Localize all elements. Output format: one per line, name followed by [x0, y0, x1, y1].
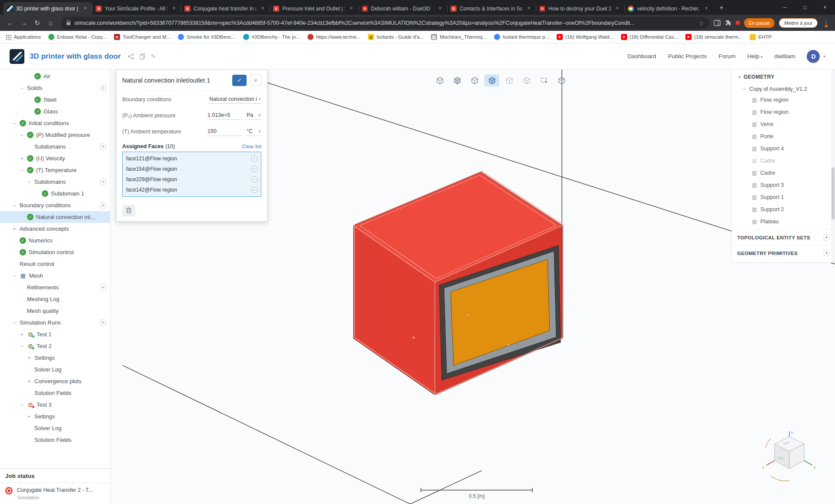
geometry-part-support-1[interactable]: ▧Support 1	[732, 191, 835, 203]
bookmark-16-wolfgang-wald[interactable]: (16) Wolfgang Wald...	[557, 34, 614, 40]
browser-tab-contacts-interfaces-in-sol[interactable]: SContacts & Interfaces in Sol...×	[447, 2, 536, 15]
surface-shading-button[interactable]	[467, 74, 482, 86]
tree-item-glass[interactable]: ·✓Glass	[0, 106, 110, 117]
collapse-icon[interactable]: −	[12, 202, 17, 209]
reload-icon[interactable]: ↻	[31, 17, 43, 29]
topological-entity-sets-section[interactable]: TOPOLOGICAL ENTITY SETS +	[732, 229, 835, 245]
tab-close-icon[interactable]: ×	[82, 5, 89, 12]
ambient-pressure-input[interactable]: 1.013e+5	[207, 111, 242, 120]
rotate-arrow-icon[interactable]	[765, 438, 771, 448]
tree-item-simulation-control[interactable]: ·✓Simulation control	[0, 246, 110, 258]
username[interactable]: dwilliam	[774, 53, 795, 60]
nav-public-projects[interactable]: Public Projects	[668, 53, 707, 60]
orientation-cube[interactable]: TOP LEFT z x y	[757, 430, 822, 486]
tree-item-meshing-log[interactable]: ·Meshing Log	[0, 293, 110, 305]
bookmark-isolant-thermique-p[interactable]: Isolant thermique p...	[494, 34, 549, 40]
add-icon[interactable]: +	[823, 250, 830, 256]
collapse-icon[interactable]: −	[19, 85, 24, 91]
collapse-icon[interactable]: −	[12, 273, 17, 279]
tree-item-air[interactable]: ·✓Air	[0, 70, 110, 82]
geometry-scrollbar[interactable]	[831, 70, 835, 262]
bookmark-star-icon[interactable]: ☆	[698, 20, 704, 27]
expand-icon[interactable]: +	[19, 156, 24, 162]
tree-item-p-modified-pressure[interactable]: −✓(P) Modified pressure	[0, 129, 110, 141]
recording-indicator-icon[interactable]	[735, 20, 741, 26]
tree-item-test-2[interactable]: −⚙Test 2	[0, 340, 110, 352]
geometry-part-cadre[interactable]: ▧Cadre	[732, 167, 835, 179]
tree-item-settings[interactable]: +Settings	[0, 352, 110, 364]
add-icon[interactable]: +	[823, 234, 830, 241]
view-cube-button[interactable]	[432, 74, 447, 86]
new-tab-button[interactable]: +	[716, 2, 727, 13]
tree-item-convergence-plots[interactable]: +Convergence plots	[0, 375, 110, 387]
collapse-icon[interactable]: −	[12, 320, 17, 326]
geometry-part-cadre[interactable]: ▧Cadre	[732, 155, 835, 167]
browser-tab-velocity-definition-recher[interactable]: velocity definition - Recher...×	[625, 2, 713, 15]
tree-item-settings[interactable]: +Settings	[0, 411, 110, 422]
nav-help[interactable]: Help▾	[747, 53, 762, 60]
collapse-icon[interactable]: −	[19, 402, 24, 408]
tree-item-test-3[interactable]: −⚙Test 3	[0, 399, 110, 411]
bookmark-smoke-for-3dbenc[interactable]: Smoke for #3DBenc...	[178, 34, 236, 40]
url-bar[interactable]: simscale.com/workbench/?pid=563367077786…	[61, 17, 709, 29]
expand-icon[interactable]: +	[27, 355, 32, 361]
maximize-icon[interactable]: □	[795, 0, 815, 15]
avatar[interactable]: D	[807, 50, 820, 63]
bookmark-3dbenchy-the-jo[interactable]: #3DBenchy - The jo...	[243, 34, 300, 40]
tree-item-boundary-conditions[interactable]: −Boundary conditions+	[0, 199, 110, 211]
assigned-face-item[interactable]: face121@Flow region×	[123, 153, 261, 164]
add-icon[interactable]: +	[100, 179, 107, 185]
remove-face-icon[interactable]: ×	[251, 176, 257, 182]
bookmark-https-www-techni[interactable]: https://www.techni...	[307, 34, 361, 40]
collapse-icon[interactable]: −	[19, 132, 24, 138]
apply-button[interactable]: ✓	[232, 75, 247, 86]
tree-item-mesh[interactable]: −▦Mesh	[0, 270, 110, 282]
expand-icon[interactable]: +	[12, 226, 17, 232]
tree-item-numerics[interactable]: ·✓Numerics	[0, 235, 110, 246]
collapse-icon[interactable]: −	[741, 86, 747, 92]
pressure-unit-select[interactable]: Pa▾	[246, 111, 261, 120]
remove-face-icon[interactable]: ×	[251, 156, 257, 162]
scrollbar-thumb[interactable]	[832, 167, 835, 219]
home-icon[interactable]: ⌂	[45, 17, 57, 29]
tab-close-icon[interactable]: ×	[703, 5, 710, 12]
tree-item-result-control[interactable]: ·Result control	[0, 258, 110, 270]
tree-item-refinements[interactable]: ·Refinements+	[0, 282, 110, 293]
tree-item-solver-log[interactable]: ·Solver Log	[0, 364, 110, 375]
geometry-assembly-node[interactable]: − Copy of Assembly_V1.2	[732, 84, 835, 94]
share-icon[interactable]	[128, 53, 134, 60]
tree-item-simulation-runs[interactable]: −Simulation Runs+	[0, 317, 110, 328]
tree-item-solution-fields[interactable]: ·Solution Fields	[0, 387, 110, 399]
add-icon[interactable]: +	[100, 284, 107, 291]
collapse-icon[interactable]: −	[27, 179, 32, 185]
browser-tab-3d-printer-with-glass-door[interactable]: 3D printer with glass door |×	[3, 2, 92, 15]
orientation-cube-body[interactable]	[775, 437, 804, 469]
tab-close-icon[interactable]: ×	[348, 5, 355, 12]
tab-close-icon[interactable]: ×	[525, 5, 532, 12]
bookmark-enbase-relai-copy[interactable]: Enbase Relai - Copy...	[48, 34, 107, 40]
job-status-item[interactable]: Conjugate Heat Transfer 2 - T... Simulat…	[0, 483, 110, 504]
tree-item-subdomains[interactable]: −Subdomains+	[0, 176, 110, 188]
rotate-arrow-icon[interactable]	[771, 476, 789, 481]
add-icon[interactable]: +	[100, 85, 107, 91]
delete-button[interactable]	[122, 205, 135, 216]
browser-tab-conjugate-heat-transfer-in-a[interactable]: SConjugate heat transfer in a...×	[181, 2, 270, 15]
close-window-icon[interactable]: ×	[815, 0, 835, 15]
remove-face-icon[interactable]: ×	[251, 166, 257, 172]
bookmark-18-simscale-therm[interactable]: (18) simscale therm...	[685, 34, 742, 40]
boundary-type-select[interactable]: Natural convection i▾	[208, 95, 261, 104]
simscale-logo[interactable]	[10, 49, 24, 64]
vertex-selection-button[interactable]	[502, 74, 517, 86]
copy-icon[interactable]	[140, 53, 145, 60]
ambient-temperature-input[interactable]: 150	[207, 127, 242, 136]
minimize-icon[interactable]: ─	[775, 0, 795, 15]
update-browser-button[interactable]: Mettre à jour	[779, 18, 818, 28]
temperature-unit-select[interactable]: °C▾	[246, 127, 261, 136]
nav-dashboard[interactable]: Dashboard	[628, 53, 656, 60]
box-select-button[interactable]	[537, 74, 551, 86]
tree-item-solution-fields[interactable]: ·Solution Fields	[0, 434, 110, 446]
tree-item-mesh-quality[interactable]: ·Mesh quality	[0, 305, 110, 317]
transparent-shading-button[interactable]	[519, 74, 534, 86]
tab-close-icon[interactable]: ×	[614, 5, 621, 12]
tree-item-u-velocity[interactable]: +✓(U) Velocity	[0, 153, 110, 164]
